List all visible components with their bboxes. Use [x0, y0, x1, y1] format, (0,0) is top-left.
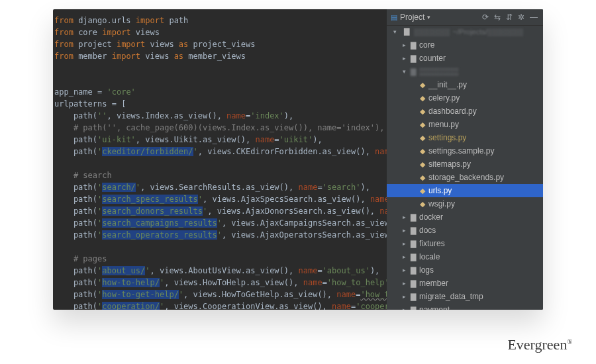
chevron-right-icon: ▸: [400, 280, 408, 287]
code-line[interactable]: path('cooperation/', views.CooperationVi…: [54, 300, 387, 310]
file-celery-py[interactable]: ◆celery.py: [387, 91, 543, 105]
code-line[interactable]: path('search_specs_results', views.AjaxS…: [54, 193, 387, 205]
file-wsgi-py[interactable]: ◆wsgi.py: [387, 197, 543, 210]
file-dashboard-py[interactable]: ◆dashboard.py: [387, 105, 543, 118]
code-line[interactable]: from core import views: [54, 26, 387, 38]
folder-icon: ▇: [408, 293, 418, 301]
folder-[interactable]: ▾▇▒▒▒▒▒▒▒: [387, 65, 543, 78]
code-line[interactable]: [54, 241, 387, 253]
folder-docker[interactable]: ▸▇docker: [387, 210, 543, 224]
tree-node-label: locale: [418, 252, 440, 261]
project-root-name: ▒▒▒▒▒▒▒: [414, 28, 450, 36]
folder-core[interactable]: ▸▇core: [387, 38, 543, 52]
project-tree[interactable]: ▸▇core▸▇counter▾▇▒▒▒▒▒▒▒◆__init__.py◆cel…: [387, 37, 543, 310]
tree-node-label: docker: [418, 212, 443, 222]
code-line[interactable]: from django.urls import path: [54, 15, 387, 26]
folder-payment[interactable]: ▸▇payment: [387, 303, 543, 310]
file-storage_backends-py[interactable]: ◆storage_backends.py: [387, 171, 543, 184]
code-line[interactable]: path('ckeditor/forbidden/', views.CKEdir…: [54, 146, 387, 158]
toolbar-action-1[interactable]: ⇆: [493, 13, 502, 22]
file-settings-py[interactable]: ◆settings.py: [387, 131, 543, 144]
folder-icon: ▇: [408, 226, 418, 235]
code-line[interactable]: path('search_operators_results', views.A…: [54, 229, 387, 241]
file-urls-py[interactable]: ◆urls.py: [387, 184, 543, 197]
watermark-logo: Evergreen®: [507, 336, 572, 353]
tree-node-label: docs: [418, 226, 436, 235]
code-line[interactable]: path('search_donors_results', views.Ajax…: [54, 205, 387, 217]
code-line[interactable]: from project import views as project_vie…: [54, 38, 387, 50]
chevron-down-icon: ▾: [391, 28, 399, 35]
chevron-right-icon: ▸: [400, 267, 408, 273]
folder-icon: ▇: [401, 27, 411, 36]
folder-migratedatatmp[interactable]: ▸▇migrate_data_tmp: [387, 290, 543, 303]
chevron-right-icon: ▸: [400, 240, 408, 247]
code-line[interactable]: [54, 74, 387, 86]
file-settings-sample-py[interactable]: ◆settings.sample.py: [387, 144, 543, 158]
code-line[interactable]: path('ui-kit', views.Uikit.as_view(), na…: [54, 134, 387, 146]
code-line[interactable]: [54, 62, 387, 74]
project-icon: ▤: [391, 13, 397, 22]
code-line[interactable]: path('search_campaigns_results', views.A…: [54, 217, 387, 229]
tree-node-label: menu.py: [427, 120, 459, 129]
code-line[interactable]: path('how-to-get-help/', views.HowToGetH…: [54, 289, 387, 300]
project-label: Project: [400, 13, 424, 22]
sidebar-header: ▤ Project ▾ ⟳ ⇆ ⇵ ✲ —: [387, 9, 543, 26]
python-file-icon: ◆: [417, 147, 427, 156]
python-file-icon: ◆: [417, 187, 427, 195]
folder-icon: ▇: [408, 54, 418, 63]
folder-icon: ▇: [408, 266, 418, 275]
tree-node-label: celery.py: [427, 93, 460, 103]
tree-node-label: urls.py: [427, 186, 452, 195]
python-file-icon: ◆: [417, 107, 427, 116]
file-menu-py[interactable]: ◆menu.py: [387, 118, 543, 131]
chevron-right-icon: ▸: [400, 55, 408, 62]
code-line[interactable]: # search: [54, 169, 387, 181]
folder-icon: ▇: [408, 240, 418, 248]
ide-window: from django.urls import pathfrom core im…: [53, 9, 543, 310]
project-tool-title[interactable]: ▤ Project ▾: [391, 13, 478, 22]
tree-node-label: fixtures: [418, 239, 445, 248]
tree-node-label: ▒▒▒▒▒▒▒: [418, 67, 459, 76]
tree-node-label: member: [418, 279, 448, 288]
tree-node-label: core: [418, 40, 434, 50]
tree-node-label: wsgi.py: [427, 199, 455, 208]
gear-icon[interactable]: ✲: [517, 13, 526, 22]
chevron-down-icon: ▾: [400, 68, 408, 75]
tree-node-label: migrate_data_tmp: [418, 292, 483, 301]
toolbar-action-0[interactable]: ⟳: [481, 13, 490, 22]
folder-fixtures[interactable]: ▸▇fixtures: [387, 237, 543, 250]
file-sitemaps-py[interactable]: ◆sitemaps.py: [387, 158, 543, 171]
folder-counter[interactable]: ▸▇counter: [387, 52, 543, 65]
tree-node-label: __init__.py: [427, 80, 467, 89]
file-__init__-py[interactable]: ◆__init__.py: [387, 78, 543, 91]
code-line[interactable]: app_name = 'core': [54, 86, 387, 98]
folder-member[interactable]: ▸▇member: [387, 277, 543, 290]
tree-node-label: dashboard.py: [427, 107, 477, 116]
folder-logs[interactable]: ▸▇logs: [387, 263, 543, 277]
code-line[interactable]: path('', views.Index.as_view(), name='in…: [54, 110, 387, 122]
python-file-icon: ◆: [417, 200, 427, 208]
minimize-icon[interactable]: —: [528, 13, 539, 22]
code-line[interactable]: urlpatterns = [: [54, 98, 387, 110]
chevron-down-icon: ▾: [427, 14, 430, 21]
code-line[interactable]: path('search/', views.SearchResults.as_v…: [54, 181, 387, 193]
tree-node-label: storage_backends.py: [427, 173, 504, 182]
code-line[interactable]: # pages: [54, 253, 387, 265]
code-line[interactable]: from member import views as member_views: [54, 50, 387, 62]
chevron-right-icon: ▸: [400, 306, 408, 310]
code-line[interactable]: path('about_us/', views.AboutUsView.as_v…: [54, 265, 387, 277]
python-file-icon: ◆: [417, 94, 427, 103]
toolbar-action-2[interactable]: ⇵: [505, 13, 514, 22]
tree-node-label: settings.py: [427, 133, 466, 142]
folder-icon: ▇: [408, 253, 418, 261]
project-root-path: ~/Projects/▒▒▒▒▒▒▒: [453, 28, 539, 36]
code-editor[interactable]: from django.urls import pathfrom core im…: [53, 9, 387, 310]
chevron-right-icon: ▸: [400, 293, 408, 300]
folder-locale[interactable]: ▸▇locale: [387, 250, 543, 263]
folder-docs[interactable]: ▸▇docs: [387, 224, 543, 237]
folder-icon: ▇: [408, 306, 418, 310]
code-line[interactable]: [54, 158, 387, 169]
code-line[interactable]: path('how-to-help/', views.HowToHelp.as_…: [54, 277, 387, 289]
code-line[interactable]: # path('', cache_page(600)(views.Index.a…: [54, 122, 387, 134]
project-root-row[interactable]: ▾ ▇ ▒▒▒▒▒▒▒ ~/Projects/▒▒▒▒▒▒▒: [387, 26, 543, 37]
